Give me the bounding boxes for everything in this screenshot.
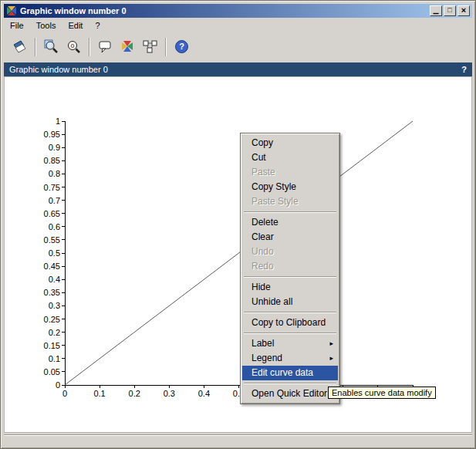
status-bar	[4, 434, 472, 445]
menu-item-paste: Paste	[242, 165, 338, 180]
menu-separator	[244, 383, 336, 384]
graphic-window: Graphic window number 0 ▁ □ × File Tools…	[0, 0, 476, 449]
y-tick-label: 0.25	[32, 315, 60, 324]
help-icon: ?	[174, 39, 189, 54]
x-tick-label: 0.3	[157, 389, 181, 398]
zoom-reset-button[interactable]: 0	[62, 36, 84, 58]
y-tick-label: 0.6	[32, 222, 60, 231]
menu-item-copy-to-clipboard[interactable]: Copy to Clipboard	[242, 316, 338, 330]
title-bar[interactable]: Graphic window number 0 ▁ □ ×	[4, 4, 472, 18]
y-tick-label: 0.95	[32, 130, 60, 139]
y-tick-label: 0.05	[32, 367, 60, 376]
menu-item-redo: Redo	[242, 259, 338, 274]
svg-text:?: ?	[179, 42, 184, 51]
menu-separator	[244, 312, 336, 313]
context-menu: Copy Cut Paste Copy Style Paste Style De…	[240, 133, 340, 404]
menu-bar: File Tools Edit ?	[4, 19, 472, 32]
y-tick-label: 0.1	[32, 354, 60, 363]
submenu-arrow-icon: ▸	[329, 336, 333, 351]
toolbar-separator	[89, 38, 90, 56]
annotation-button[interactable]	[94, 36, 116, 58]
y-tick-label: 0.55	[32, 235, 60, 245]
plot-svg	[5, 77, 473, 434]
menu-item-undo: Undo	[242, 245, 338, 259]
plot-canvas[interactable]: 00.050.10.150.20.250.30.350.40.450.50.55…	[4, 76, 472, 433]
y-tick-label: 0.4	[32, 275, 60, 284]
rotate-3d-button[interactable]	[116, 36, 138, 58]
zoom-reset-icon: 0	[66, 39, 81, 54]
menu-tools[interactable]: Tools	[30, 19, 62, 32]
menu-item-clear[interactable]: Clear	[242, 230, 338, 245]
app-icon	[6, 5, 17, 16]
y-tick-label: 0.9	[32, 143, 60, 152]
zoom-area-button[interactable]	[40, 36, 62, 58]
menu-item-label[interactable]: Label ▸	[242, 336, 338, 351]
y-tick-label: 0.7	[32, 196, 60, 205]
maximize-button[interactable]: □	[444, 5, 456, 16]
y-tick-label: 0.85	[32, 156, 60, 165]
y-tick-label: 0.35	[32, 288, 60, 297]
menu-item-text: Label	[252, 338, 274, 349]
figure-header: Graphic window number 0 ?	[4, 62, 472, 76]
submenu-arrow-icon: ▸	[329, 351, 333, 366]
graph-editor-button[interactable]	[139, 36, 160, 58]
menu-item-paste-style: Paste Style	[242, 194, 338, 209]
figure-header-title: Graphic window number 0	[9, 65, 461, 74]
help-button[interactable]: ?	[170, 36, 192, 58]
menu-item-text: Legend	[252, 353, 282, 363]
toolbar: 0	[4, 33, 472, 60]
menu-separator	[244, 276, 336, 278]
menu-item-hide[interactable]: Hide	[242, 280, 338, 295]
menu-help[interactable]: ?	[89, 19, 106, 32]
toolbar-separator	[35, 38, 36, 56]
menu-item-legend[interactable]: Legend ▸	[242, 351, 338, 366]
menu-item-copy-style[interactable]: Copy Style	[242, 180, 338, 194]
y-tick-label: 0.75	[32, 183, 60, 192]
annotation-icon	[98, 39, 113, 54]
menu-item-delete[interactable]: Delete	[242, 215, 338, 230]
export-graphics-icon	[12, 39, 27, 54]
y-tick-label: 0.15	[32, 341, 60, 350]
rotate-3d-icon	[120, 39, 135, 54]
menu-file[interactable]: File	[4, 19, 30, 32]
menu-edit[interactable]: Edit	[62, 19, 89, 32]
x-tick-label: 0.1	[88, 389, 111, 398]
graph-editor-icon	[142, 39, 158, 54]
figure-header-help[interactable]: ?	[461, 65, 467, 74]
y-tick-label: 0.65	[32, 209, 60, 218]
window-title: Graphic window number 0	[20, 6, 430, 15]
menu-item-unhide-all[interactable]: Unhide all	[242, 295, 338, 309]
y-tick-label: 0.5	[32, 248, 60, 258]
menu-item-edit-curve-data[interactable]: Edit curve data	[242, 366, 338, 380]
x-tick-label: 0.2	[123, 389, 146, 398]
tooltip: Enables curve data modify	[328, 387, 436, 399]
x-tick-label: 0	[53, 389, 76, 398]
minimize-button[interactable]: ▁	[430, 5, 442, 16]
menu-item-cut[interactable]: Cut	[242, 150, 338, 165]
menu-item-open-quick-editor[interactable]: Open Quick Editor	[242, 387, 338, 401]
menu-separator	[244, 333, 336, 334]
y-tick-label: 1	[32, 116, 60, 126]
y-tick-label: 0.3	[32, 301, 60, 310]
y-tick-label: 0.2	[32, 328, 60, 337]
svg-text:0: 0	[70, 42, 74, 49]
menu-item-copy[interactable]: Copy	[242, 136, 338, 150]
export-graphics-button[interactable]	[8, 36, 30, 58]
menu-separator	[244, 211, 336, 213]
y-tick-label: 0.45	[32, 262, 60, 271]
close-button[interactable]: ×	[457, 5, 470, 16]
toolbar-separator	[165, 38, 167, 56]
zoom-area-icon	[44, 39, 59, 54]
y-tick-label: 0.8	[32, 169, 60, 178]
x-tick-label: 0.4	[192, 389, 215, 398]
